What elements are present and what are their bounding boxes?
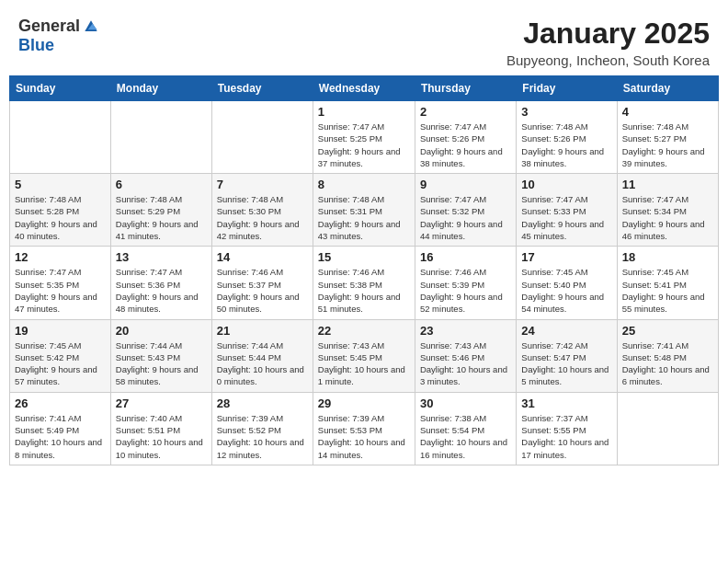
calendar-cell: 12Sunrise: 7:47 AM Sunset: 5:35 PM Dayli… bbox=[10, 247, 111, 319]
day-number: 19 bbox=[15, 324, 106, 338]
calendar-cell: 5Sunrise: 7:48 AM Sunset: 5:28 PM Daylig… bbox=[10, 174, 111, 247]
day-info: Sunrise: 7:44 AM Sunset: 5:44 PM Dayligh… bbox=[217, 339, 308, 388]
logo: General Blue bbox=[18, 17, 100, 55]
calendar-week-row: 12Sunrise: 7:47 AM Sunset: 5:35 PM Dayli… bbox=[10, 247, 719, 319]
weekday-header: Friday bbox=[517, 76, 617, 101]
day-info: Sunrise: 7:48 AM Sunset: 5:28 PM Dayligh… bbox=[15, 193, 106, 242]
logo-blue-text: Blue bbox=[18, 36, 54, 55]
calendar-cell: 20Sunrise: 7:44 AM Sunset: 5:43 PM Dayli… bbox=[110, 319, 211, 392]
calendar-cell: 25Sunrise: 7:41 AM Sunset: 5:48 PM Dayli… bbox=[617, 319, 718, 392]
weekday-header: Monday bbox=[110, 76, 211, 101]
day-info: Sunrise: 7:44 AM Sunset: 5:43 PM Dayligh… bbox=[116, 339, 207, 388]
calendar-cell bbox=[211, 101, 313, 174]
title-section: January 2025 Bupyeong, Incheon, South Ko… bbox=[506, 17, 710, 68]
weekday-header: Saturday bbox=[617, 76, 718, 101]
day-info: Sunrise: 7:47 AM Sunset: 5:36 PM Dayligh… bbox=[116, 266, 207, 315]
calendar-cell: 28Sunrise: 7:39 AM Sunset: 5:52 PM Dayli… bbox=[211, 392, 313, 465]
calendar-cell: 11Sunrise: 7:47 AM Sunset: 5:34 PM Dayli… bbox=[617, 174, 718, 247]
calendar-cell: 9Sunrise: 7:47 AM Sunset: 5:32 PM Daylig… bbox=[415, 174, 516, 247]
day-number: 14 bbox=[217, 250, 308, 264]
day-info: Sunrise: 7:43 AM Sunset: 5:45 PM Dayligh… bbox=[318, 339, 410, 388]
calendar-cell: 4Sunrise: 7:48 AM Sunset: 5:27 PM Daylig… bbox=[617, 101, 718, 174]
day-info: Sunrise: 7:48 AM Sunset: 5:31 PM Dayligh… bbox=[318, 193, 410, 242]
location-title: Bupyeong, Incheon, South Korea bbox=[506, 52, 710, 68]
calendar-week-row: 19Sunrise: 7:45 AM Sunset: 5:42 PM Dayli… bbox=[10, 319, 719, 392]
calendar-cell: 13Sunrise: 7:47 AM Sunset: 5:36 PM Dayli… bbox=[110, 247, 211, 319]
calendar-cell: 10Sunrise: 7:47 AM Sunset: 5:33 PM Dayli… bbox=[517, 174, 617, 247]
calendar-week-row: 26Sunrise: 7:41 AM Sunset: 5:49 PM Dayli… bbox=[10, 392, 719, 465]
calendar-cell: 14Sunrise: 7:46 AM Sunset: 5:37 PM Dayli… bbox=[211, 247, 313, 319]
calendar-cell: 16Sunrise: 7:46 AM Sunset: 5:39 PM Dayli… bbox=[415, 247, 516, 319]
day-info: Sunrise: 7:46 AM Sunset: 5:37 PM Dayligh… bbox=[217, 266, 308, 315]
day-info: Sunrise: 7:39 AM Sunset: 5:52 PM Dayligh… bbox=[217, 412, 308, 461]
day-number: 12 bbox=[15, 250, 106, 264]
day-number: 27 bbox=[116, 396, 207, 410]
day-number: 9 bbox=[420, 178, 511, 191]
day-number: 7 bbox=[217, 178, 308, 191]
calendar-cell: 19Sunrise: 7:45 AM Sunset: 5:42 PM Dayli… bbox=[10, 319, 111, 392]
day-number: 8 bbox=[318, 178, 410, 191]
day-number: 11 bbox=[622, 178, 713, 191]
calendar-table: SundayMondayTuesdayWednesdayThursdayFrid… bbox=[9, 75, 719, 465]
calendar-cell: 3Sunrise: 7:48 AM Sunset: 5:26 PM Daylig… bbox=[517, 101, 617, 174]
weekday-header: Tuesday bbox=[211, 76, 313, 101]
logo-general-text: General bbox=[18, 17, 80, 36]
calendar-cell: 29Sunrise: 7:39 AM Sunset: 5:53 PM Dayli… bbox=[313, 392, 415, 465]
day-number: 23 bbox=[420, 324, 511, 338]
day-info: Sunrise: 7:40 AM Sunset: 5:51 PM Dayligh… bbox=[116, 412, 207, 461]
day-info: Sunrise: 7:47 AM Sunset: 5:35 PM Dayligh… bbox=[15, 266, 106, 315]
day-number: 13 bbox=[116, 250, 207, 264]
day-info: Sunrise: 7:47 AM Sunset: 5:34 PM Dayligh… bbox=[622, 193, 713, 242]
day-info: Sunrise: 7:48 AM Sunset: 5:29 PM Dayligh… bbox=[116, 193, 207, 242]
day-number: 22 bbox=[318, 324, 410, 338]
calendar-cell: 2Sunrise: 7:47 AM Sunset: 5:26 PM Daylig… bbox=[415, 101, 516, 174]
day-info: Sunrise: 7:37 AM Sunset: 5:55 PM Dayligh… bbox=[521, 412, 611, 461]
day-info: Sunrise: 7:45 AM Sunset: 5:41 PM Dayligh… bbox=[622, 266, 713, 315]
day-info: Sunrise: 7:41 AM Sunset: 5:48 PM Dayligh… bbox=[622, 339, 713, 388]
day-number: 15 bbox=[318, 250, 410, 264]
page-header: General Blue January 2025 Bupyeong, Inch… bbox=[9, 9, 719, 72]
calendar-cell bbox=[10, 101, 111, 174]
day-number: 20 bbox=[116, 324, 207, 338]
day-info: Sunrise: 7:43 AM Sunset: 5:46 PM Dayligh… bbox=[420, 339, 511, 388]
calendar-cell: 31Sunrise: 7:37 AM Sunset: 5:55 PM Dayli… bbox=[517, 392, 617, 465]
day-number: 10 bbox=[521, 178, 611, 191]
calendar-cell: 22Sunrise: 7:43 AM Sunset: 5:45 PM Dayli… bbox=[313, 319, 415, 392]
weekday-header: Thursday bbox=[415, 76, 516, 101]
day-info: Sunrise: 7:41 AM Sunset: 5:49 PM Dayligh… bbox=[15, 412, 106, 461]
calendar-cell: 17Sunrise: 7:45 AM Sunset: 5:40 PM Dayli… bbox=[517, 247, 617, 319]
calendar-cell bbox=[617, 392, 718, 465]
day-number: 18 bbox=[622, 250, 713, 264]
day-info: Sunrise: 7:48 AM Sunset: 5:27 PM Dayligh… bbox=[622, 121, 713, 169]
day-info: Sunrise: 7:47 AM Sunset: 5:33 PM Dayligh… bbox=[521, 193, 611, 242]
calendar-cell: 30Sunrise: 7:38 AM Sunset: 5:54 PM Dayli… bbox=[415, 392, 516, 465]
logo-icon bbox=[82, 17, 100, 36]
day-number: 6 bbox=[116, 178, 207, 191]
calendar-week-row: 5Sunrise: 7:48 AM Sunset: 5:28 PM Daylig… bbox=[10, 174, 719, 247]
day-number: 24 bbox=[521, 324, 611, 338]
day-number: 1 bbox=[318, 105, 410, 119]
day-number: 4 bbox=[622, 105, 713, 119]
calendar-cell: 24Sunrise: 7:42 AM Sunset: 5:47 PM Dayli… bbox=[517, 319, 617, 392]
day-info: Sunrise: 7:39 AM Sunset: 5:53 PM Dayligh… bbox=[318, 412, 410, 461]
calendar-cell: 23Sunrise: 7:43 AM Sunset: 5:46 PM Dayli… bbox=[415, 319, 516, 392]
calendar-week-row: 1Sunrise: 7:47 AM Sunset: 5:25 PM Daylig… bbox=[10, 101, 719, 174]
day-info: Sunrise: 7:46 AM Sunset: 5:39 PM Dayligh… bbox=[420, 266, 511, 315]
calendar-cell: 6Sunrise: 7:48 AM Sunset: 5:29 PM Daylig… bbox=[110, 174, 211, 247]
day-number: 30 bbox=[420, 396, 511, 410]
day-info: Sunrise: 7:42 AM Sunset: 5:47 PM Dayligh… bbox=[521, 339, 611, 388]
day-info: Sunrise: 7:48 AM Sunset: 5:30 PM Dayligh… bbox=[217, 193, 308, 242]
weekday-header-row: SundayMondayTuesdayWednesdayThursdayFrid… bbox=[10, 76, 719, 101]
day-number: 31 bbox=[521, 396, 611, 410]
day-info: Sunrise: 7:47 AM Sunset: 5:26 PM Dayligh… bbox=[420, 121, 511, 169]
day-number: 26 bbox=[15, 396, 106, 410]
day-info: Sunrise: 7:47 AM Sunset: 5:32 PM Dayligh… bbox=[420, 193, 511, 242]
day-number: 2 bbox=[420, 105, 511, 119]
day-info: Sunrise: 7:47 AM Sunset: 5:25 PM Dayligh… bbox=[318, 121, 410, 169]
day-info: Sunrise: 7:45 AM Sunset: 5:42 PM Dayligh… bbox=[15, 339, 106, 388]
day-number: 25 bbox=[622, 324, 713, 338]
day-number: 21 bbox=[217, 324, 308, 338]
calendar-cell: 8Sunrise: 7:48 AM Sunset: 5:31 PM Daylig… bbox=[313, 174, 415, 247]
day-number: 17 bbox=[521, 250, 611, 264]
day-number: 16 bbox=[420, 250, 511, 264]
